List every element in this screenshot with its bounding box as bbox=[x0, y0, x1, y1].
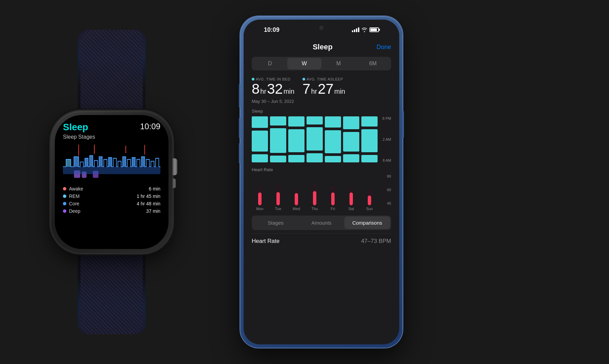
hr-label-tue: Tue bbox=[275, 207, 281, 211]
bed-minutes: 32 bbox=[267, 82, 283, 96]
phone-power-button[interactable] bbox=[403, 111, 404, 138]
signal-bar-2 bbox=[354, 29, 355, 32]
sleep-bar-fri bbox=[325, 116, 341, 162]
svg-rect-14 bbox=[123, 157, 126, 166]
sleep-y-8pm: 8 PM bbox=[378, 116, 391, 120]
svg-rect-12 bbox=[99, 157, 102, 166]
hr-label-wed: Wed bbox=[293, 207, 300, 211]
phone-case: 10:09 bbox=[240, 16, 403, 348]
phone-vol-up-button[interactable] bbox=[239, 118, 240, 138]
sleep-y-2am: 2 AM bbox=[378, 137, 391, 141]
hr-bar-sun: Sun bbox=[361, 189, 378, 205]
heart-rate-summary-row: Heart Rate 47–73 BPM bbox=[252, 233, 391, 249]
rem-value: 1 hr 45 min bbox=[137, 194, 160, 199]
sleep-bars-area bbox=[252, 116, 378, 163]
hr-label-fri: Fri bbox=[331, 207, 335, 211]
main-scene: Sleep 10:09 Sleep Stages bbox=[17, 9, 592, 355]
hr-bar-wed: Wed bbox=[288, 188, 304, 205]
navigation-bar: Sleep Done bbox=[252, 40, 391, 57]
asleep-min-unit: min bbox=[334, 88, 345, 95]
core-dot bbox=[63, 202, 66, 205]
segment-m[interactable]: M bbox=[321, 58, 356, 69]
tab-amounts[interactable]: Amounts bbox=[298, 217, 344, 229]
hr-bar-fri: Fri bbox=[325, 186, 341, 205]
watch-band-bottom bbox=[78, 240, 145, 334]
svg-rect-15 bbox=[132, 158, 135, 167]
watch-band-top bbox=[78, 30, 145, 124]
signal-icon bbox=[352, 27, 359, 32]
wifi-icon bbox=[361, 27, 367, 32]
segment-w[interactable]: W bbox=[287, 58, 322, 69]
svg-rect-13 bbox=[109, 158, 112, 167]
watch-side-button[interactable] bbox=[173, 179, 176, 188]
hr-y-60: 60 bbox=[378, 188, 391, 192]
phone-notch: 10:09 bbox=[244, 20, 399, 40]
hr-chart-container: Mon Tue bbox=[252, 174, 391, 211]
avg-time-asleep-block: AVG. TIME ASLEEP 7 hr 27 min bbox=[302, 77, 345, 96]
tab-comparisons[interactable]: Comparisons bbox=[344, 217, 390, 229]
watch-app-title: Sleep bbox=[63, 122, 88, 133]
view-mode-tabs[interactable]: Stages Amounts Comparisons bbox=[252, 215, 391, 230]
core-value: 4 hr 48 min bbox=[137, 201, 160, 206]
phone-vol-down-button[interactable] bbox=[239, 143, 240, 163]
hr-label-sat: Sat bbox=[348, 207, 354, 211]
avg-bed-value: 8 hr 32 min bbox=[252, 82, 294, 96]
date-range-label: May 30 – Jun 5, 2022 bbox=[252, 99, 391, 104]
hr-y-40: 40 bbox=[378, 201, 391, 205]
hr-bars-area: Mon Tue bbox=[252, 174, 378, 211]
watch-sleep-legend: Awake 6 min REM 1 hr 45 min bbox=[63, 186, 160, 214]
svg-rect-10 bbox=[85, 158, 88, 167]
watch-crown[interactable] bbox=[173, 158, 177, 175]
bed-hours: 8 bbox=[252, 82, 260, 96]
watch-sleep-chart bbox=[63, 143, 160, 183]
hr-bar-tue: Tue bbox=[270, 185, 286, 205]
battery-fill bbox=[370, 28, 377, 31]
segment-d[interactable]: D bbox=[253, 58, 287, 69]
hr-bar-thu: Thu bbox=[307, 184, 323, 205]
sleep-bar-sat bbox=[343, 116, 359, 162]
sleep-bar-thu bbox=[307, 116, 323, 162]
done-button[interactable]: Done bbox=[377, 44, 391, 51]
deep-value: 37 min bbox=[146, 208, 160, 214]
awake-dot bbox=[63, 187, 66, 190]
signal-bar-1 bbox=[352, 30, 353, 32]
legend-awake: Awake 6 min bbox=[63, 186, 160, 191]
watch-case: Sleep 10:09 Sleep Stages bbox=[51, 111, 173, 253]
hr-label-thu: Thu bbox=[312, 207, 318, 211]
hr-bar-sat: Sat bbox=[343, 187, 359, 205]
deep-label: Deep bbox=[69, 208, 80, 214]
avg-asleep-value: 7 hr 27 min bbox=[302, 82, 345, 96]
phone-screen: 10:09 bbox=[244, 20, 399, 344]
svg-rect-11 bbox=[90, 156, 93, 167]
legend-deep: Deep 37 min bbox=[63, 208, 160, 214]
page-title: Sleep bbox=[313, 43, 333, 51]
sleep-bar-tue bbox=[270, 116, 286, 162]
svg-rect-17 bbox=[63, 167, 160, 174]
heart-rate-row-label: Heart Rate bbox=[252, 238, 279, 245]
tab-stages[interactable]: Stages bbox=[253, 217, 298, 229]
legend-rem: REM 1 hr 45 min bbox=[63, 194, 160, 199]
heart-rate-chart-section: Heart Rate Mon bbox=[252, 167, 391, 211]
hr-y-80: 80 bbox=[378, 174, 391, 178]
watch-clock-time: 10:09 bbox=[140, 122, 160, 131]
sleep-y-8am: 8 AM bbox=[378, 158, 391, 162]
time-period-selector[interactable]: D W M 6M bbox=[252, 57, 391, 70]
hr-chart-label: Heart Rate bbox=[252, 167, 391, 172]
signal-bar-4 bbox=[358, 27, 359, 32]
bed-hr-unit: hr bbox=[260, 88, 266, 95]
asleep-minutes: 27 bbox=[318, 82, 334, 96]
stats-section: AVG. TIME IN BED 8 hr 32 min bbox=[252, 77, 391, 96]
asleep-hr-unit: hr bbox=[311, 88, 317, 95]
hr-y-axis: 80 60 40 bbox=[378, 174, 391, 211]
awake-value: 6 min bbox=[149, 186, 160, 191]
asleep-indicator-dot bbox=[302, 78, 305, 81]
sleep-chart-label: Sleep bbox=[252, 109, 391, 114]
watch-screen: Sleep 10:09 Sleep Stages bbox=[55, 115, 168, 249]
bed-min-unit: min bbox=[284, 88, 294, 95]
sleep-bar-mon bbox=[252, 116, 268, 162]
apple-watch: Sleep 10:09 Sleep Stages bbox=[17, 30, 206, 334]
legend-core: Core 4 hr 48 min bbox=[63, 201, 160, 206]
segment-6m[interactable]: 6M bbox=[356, 58, 390, 69]
phone-silent-switch[interactable] bbox=[239, 84, 240, 108]
sleep-chart-container: 8 PM 2 AM 8 AM bbox=[252, 116, 391, 163]
